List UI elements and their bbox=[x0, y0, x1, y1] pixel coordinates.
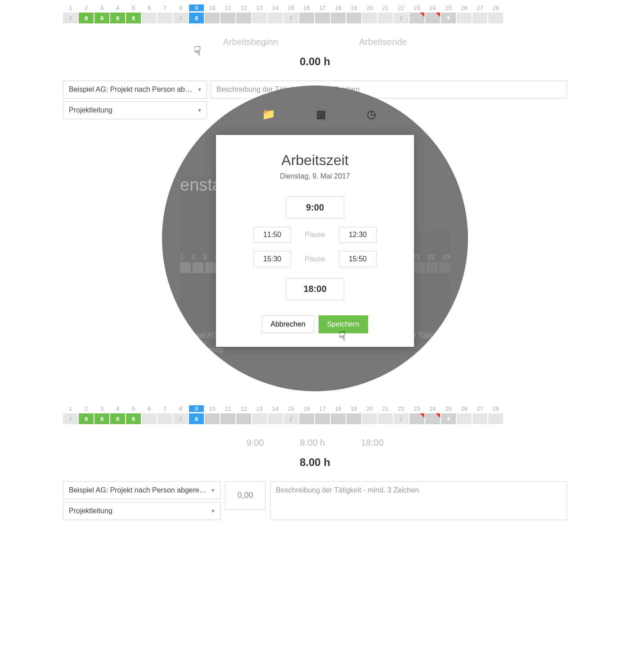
day-number[interactable]: 4 bbox=[110, 4, 125, 11]
day-box[interactable]: 8 bbox=[94, 13, 109, 23]
work-begin-label[interactable]: Arbeitsbeginn bbox=[223, 37, 278, 47]
day-number[interactable]: 28 bbox=[488, 4, 503, 11]
day-number[interactable]: 24 bbox=[425, 405, 440, 412]
day-box[interactable] bbox=[331, 413, 346, 424]
day-number[interactable]: 3 bbox=[94, 405, 109, 412]
day-box[interactable] bbox=[488, 13, 503, 23]
day-number[interactable]: 18 bbox=[331, 4, 346, 11]
day-number[interactable]: 14 bbox=[268, 4, 283, 11]
day-number[interactable]: 5 bbox=[126, 405, 141, 412]
project-select[interactable]: Beispiel AG: Projekt nach Person abgere…… bbox=[63, 481, 220, 499]
day-number[interactable]: 6 bbox=[142, 405, 157, 412]
project-select[interactable]: Beispiel AG: Projekt nach Person ab…▼ bbox=[63, 81, 207, 99]
day-box[interactable] bbox=[236, 413, 251, 424]
day-box[interactable] bbox=[346, 413, 361, 424]
day-number[interactable]: 10 bbox=[205, 405, 220, 412]
day-number[interactable]: 22 bbox=[394, 4, 409, 11]
day-box[interactable]: 8 bbox=[126, 13, 141, 23]
day-number[interactable]: 10 bbox=[205, 4, 220, 11]
day-box[interactable]: / bbox=[284, 413, 298, 424]
day-box[interactable]: 8 bbox=[94, 413, 109, 424]
work-end-label[interactable]: Arbeitsende bbox=[359, 37, 407, 47]
day-number[interactable]: 9 bbox=[189, 405, 204, 412]
day-number[interactable]: 23 bbox=[410, 4, 424, 11]
day-box[interactable]: 8 bbox=[110, 13, 125, 23]
day-number[interactable]: 13 bbox=[252, 4, 267, 11]
day-box[interactable]: / bbox=[63, 413, 78, 424]
day-number[interactable]: 19 bbox=[346, 405, 361, 412]
role-select[interactable]: Projektleitung▼ bbox=[63, 502, 220, 520]
day-box[interactable] bbox=[457, 13, 472, 23]
day-box[interactable] bbox=[142, 13, 157, 23]
day-box[interactable]: 8 bbox=[79, 413, 94, 424]
day-box[interactable] bbox=[205, 13, 220, 23]
save-button[interactable]: Speichern bbox=[319, 315, 368, 333]
day-number[interactable]: 9 bbox=[189, 4, 204, 11]
day-number[interactable]: 25 bbox=[441, 4, 456, 11]
day-number[interactable]: 2 bbox=[79, 405, 94, 412]
day-number[interactable]: 13 bbox=[252, 405, 267, 412]
day-number[interactable]: 3 bbox=[94, 4, 109, 11]
day-box[interactable] bbox=[220, 13, 235, 23]
day-number[interactable]: 8 bbox=[173, 405, 188, 412]
day-number[interactable]: 5 bbox=[126, 4, 141, 11]
day-box[interactable]: / bbox=[394, 13, 409, 23]
day-box[interactable] bbox=[236, 13, 251, 23]
day-number[interactable]: 26 bbox=[457, 4, 472, 11]
day-box[interactable] bbox=[315, 413, 330, 424]
day-box[interactable]: 8 bbox=[126, 413, 141, 424]
day-box[interactable]: 8 bbox=[110, 413, 125, 424]
day-box[interactable] bbox=[315, 13, 330, 23]
day-box[interactable] bbox=[425, 13, 440, 23]
day-box[interactable]: 8 bbox=[79, 13, 94, 23]
day-number[interactable]: 17 bbox=[315, 405, 330, 412]
day-box[interactable] bbox=[252, 13, 267, 23]
day-number[interactable]: 21 bbox=[378, 405, 393, 412]
day-number[interactable]: 1 bbox=[63, 405, 78, 412]
day-box[interactable] bbox=[268, 413, 283, 424]
day-box[interactable] bbox=[142, 413, 157, 424]
day-box[interactable] bbox=[220, 413, 235, 424]
day-number[interactable]: 27 bbox=[472, 405, 487, 412]
pause2-from-input[interactable]: 15:30 bbox=[253, 251, 291, 267]
day-number[interactable]: 17 bbox=[315, 4, 330, 11]
day-number[interactable]: 27 bbox=[472, 4, 487, 11]
day-number[interactable]: 28 bbox=[488, 405, 503, 412]
day-box[interactable] bbox=[410, 413, 424, 424]
day-box[interactable] bbox=[252, 413, 267, 424]
day-number[interactable]: 7 bbox=[158, 405, 172, 412]
day-number[interactable]: 4 bbox=[110, 405, 125, 412]
day-box[interactable] bbox=[472, 13, 487, 23]
day-box[interactable] bbox=[488, 413, 503, 424]
day-box[interactable]: ✈ bbox=[441, 13, 456, 23]
day-box[interactable]: / bbox=[284, 13, 298, 23]
day-box[interactable]: 8 bbox=[189, 413, 204, 424]
day-number[interactable]: 20 bbox=[362, 4, 377, 11]
day-number[interactable]: 2 bbox=[79, 4, 94, 11]
day-box[interactable]: / bbox=[394, 413, 409, 424]
end-time-input[interactable]: 18:00 bbox=[286, 278, 344, 300]
day-number[interactable]: 12 bbox=[236, 405, 251, 412]
day-box[interactable] bbox=[205, 413, 220, 424]
day-box[interactable] bbox=[158, 13, 172, 23]
day-box[interactable] bbox=[410, 13, 424, 23]
day-number[interactable]: 6 bbox=[142, 4, 157, 11]
description-input[interactable]: Beschreibung der Tätigkeit - mind. 3 Zei… bbox=[270, 481, 567, 520]
day-box[interactable] bbox=[346, 13, 361, 23]
day-number[interactable]: 18 bbox=[331, 405, 346, 412]
role-select[interactable]: Projektleitung▼ bbox=[63, 101, 207, 119]
day-number[interactable]: 8 bbox=[173, 4, 188, 11]
hours-input[interactable]: 0,00 bbox=[225, 481, 266, 510]
day-number[interactable]: 14 bbox=[268, 405, 283, 412]
day-box[interactable] bbox=[299, 413, 314, 424]
day-number[interactable]: 7 bbox=[158, 4, 172, 11]
pause1-to-input[interactable]: 12:30 bbox=[339, 227, 377, 243]
pause2-to-input[interactable]: 15:50 bbox=[339, 251, 377, 267]
day-number[interactable]: 22 bbox=[394, 405, 409, 412]
day-number[interactable]: 21 bbox=[378, 4, 393, 11]
day-box[interactable] bbox=[362, 13, 377, 23]
day-number[interactable]: 15 bbox=[284, 405, 298, 412]
day-box[interactable]: / bbox=[173, 13, 188, 23]
day-box[interactable] bbox=[268, 13, 283, 23]
day-box[interactable] bbox=[299, 13, 314, 23]
